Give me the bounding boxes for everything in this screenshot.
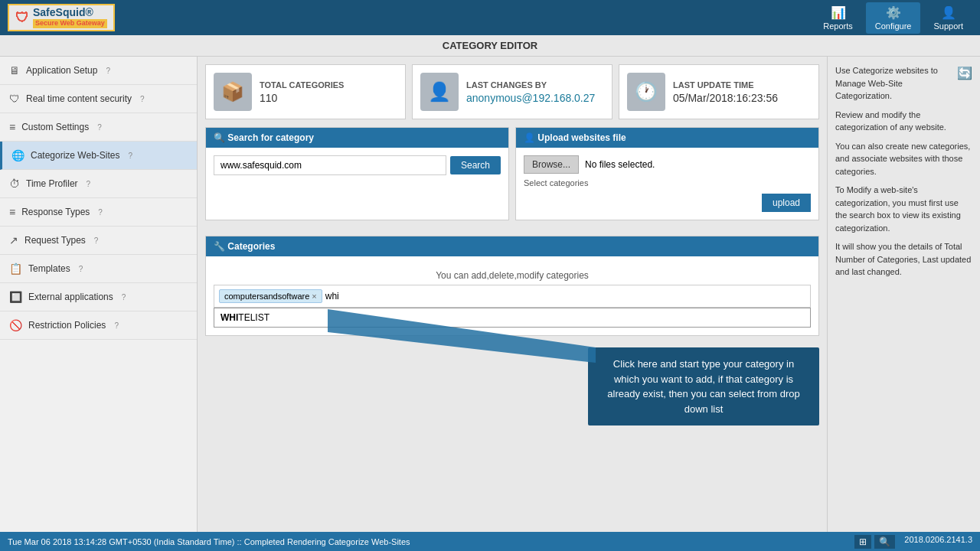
nav-reports-label: Reports <box>823 21 853 31</box>
upload-button[interactable]: upload <box>762 194 811 212</box>
stat-last-update-time: 🕐 LAST UPDATE TIME 05/Mar/2018:16:23:56 <box>619 64 819 119</box>
upload-panel-body: Browse... No files selected. Select cate… <box>516 148 818 220</box>
browse-button[interactable]: Browse... <box>524 155 579 174</box>
request-types-icon: ↗ <box>9 234 18 246</box>
stat-total-categories: 📦 TOTAL CATEGORIES 110 <box>205 64 406 119</box>
search-input[interactable] <box>214 155 446 175</box>
sidebar-item-custom-settings[interactable]: ≡ Custom Settings ? <box>0 113 197 142</box>
logo-area: 🛡 SafeSquid® Secure Web Gateway <box>8 4 814 31</box>
nav-buttons: 📊 Reports ⚙️ Configure 👤 Support <box>814 2 972 34</box>
stat-last-changes-text: LAST CHANGES BY anonymous@192.168.0.27 <box>466 80 595 104</box>
tag-computersandsoftware: computersandsoftware × <box>219 289 322 303</box>
categorize-help: ? <box>129 152 133 160</box>
last-changes-value: anonymous@192.168.0.27 <box>466 92 595 104</box>
content-area: 📦 TOTAL CATEGORIES 110 👤 LAST CHANGES BY… <box>198 57 827 532</box>
sidebar-item-external-applications[interactable]: 🔲 External applications ? <box>0 283 197 311</box>
reports-icon: 📊 <box>831 5 846 20</box>
sidebar-label-time-profiler: Time Profiler <box>26 178 78 189</box>
search-panel: 🔍 Search for category Search <box>205 127 509 220</box>
status-bar: Tue Mar 06 2018 13:14:28 GMT+0530 (India… <box>0 532 980 551</box>
dropdown-match-bold: WHI <box>220 312 238 323</box>
status-bar-version: 2018.0206.2141.3 <box>904 535 972 549</box>
time-profiler-icon: ⏱ <box>9 178 20 190</box>
right-info-line-3: You can also create new categories, and … <box>835 140 972 178</box>
total-categories-value: 110 <box>260 92 344 104</box>
support-icon: 👤 <box>941 5 956 20</box>
right-info-line-4: To Modify a web-site's categorization, y… <box>835 184 972 234</box>
upload-header-text: 👤 Upload websites file <box>524 132 626 143</box>
nav-configure-label: Configure <box>875 21 912 31</box>
sidebar-label-templates: Templates <box>28 263 70 274</box>
stat-last-changes-by: 👤 LAST CHANGES BY anonymous@192.168.0.27 <box>412 64 612 119</box>
categories-hint: You can add,delete,modify categories <box>214 264 811 285</box>
nav-configure-button[interactable]: ⚙️ Configure <box>866 2 921 34</box>
top-navigation: 🛡 SafeSquid® Secure Web Gateway 📊 Report… <box>0 0 980 35</box>
logo: 🛡 SafeSquid® Secure Web Gateway <box>8 4 115 31</box>
stat-total-categories-text: TOTAL CATEGORIES 110 <box>260 80 344 104</box>
no-file-text: No files selected. <box>585 159 655 170</box>
time-profiler-help: ? <box>87 180 91 188</box>
sidebar-item-request-types[interactable]: ↗ Request Types ? <box>0 227 197 255</box>
sidebar-item-application-setup[interactable]: 🖥 Application Setup ? <box>0 57 197 85</box>
nav-support-button[interactable]: 👤 Support <box>924 2 972 34</box>
real-time-help: ? <box>140 95 145 103</box>
tag-label: computersandsoftware <box>224 292 309 301</box>
categories-panel: 🔧 Categories You can add,delete,modify c… <box>205 236 819 336</box>
sidebar-item-real-time-content[interactable]: 🛡 Real time content security ? <box>0 85 197 113</box>
right-info-line-1: Use Categorize websites to Manage Web-Si… <box>835 64 972 103</box>
external-apps-help: ? <box>122 293 126 302</box>
application-setup-icon: 🖥 <box>9 64 20 77</box>
status-icon-btn-2[interactable]: 🔍 <box>874 535 895 549</box>
search-header-text: 🔍 Search for category <box>214 132 314 143</box>
logo-text: SafeSquid® Secure Web Gateway <box>33 7 107 28</box>
annotation-tooltip-text: Click here and start type your category … <box>607 358 799 415</box>
annotation-area: Click here and start type your category … <box>205 340 819 425</box>
sidebar-label-response-types: Response Types <box>21 207 90 217</box>
sidebar-label-categorize: Categorize Web-Sites <box>31 150 120 161</box>
custom-settings-icon: ≡ <box>9 121 15 133</box>
configure-icon: ⚙️ <box>886 5 901 20</box>
sidebar-label-real-time: Real time content security <box>26 93 132 104</box>
tag-input-container[interactable]: computersandsoftware × <box>214 285 811 308</box>
category-tag-input[interactable] <box>325 291 440 302</box>
sidebar-label-external-apps: External applications <box>28 292 113 302</box>
tag-remove-icon[interactable]: × <box>312 292 316 301</box>
right-info-line-5: It will show you the details of Total Nu… <box>835 240 972 279</box>
search-input-row: Search <box>214 155 501 175</box>
external-apps-icon: 🔲 <box>9 291 22 303</box>
categorize-icon: 🌐 <box>11 149 24 161</box>
sidebar-item-time-profiler[interactable]: ⏱ Time Profiler ? <box>0 170 197 198</box>
status-icon-btn-1[interactable]: ⊞ <box>854 535 871 549</box>
logo-name: SafeSquid® <box>33 7 107 18</box>
response-types-help: ? <box>98 208 103 217</box>
application-setup-help: ? <box>106 67 110 75</box>
last-update-label: LAST UPDATE TIME <box>673 80 778 90</box>
upload-panel: 👤 Upload websites file Browse... No file… <box>515 127 819 220</box>
refresh-icon[interactable]: 🔄 <box>957 64 972 83</box>
sidebar-item-templates[interactable]: 📋 Templates ? <box>0 255 197 283</box>
status-bar-text: Tue Mar 06 2018 13:14:28 GMT+0530 (India… <box>8 537 410 546</box>
sidebar-label-restriction: Restriction Policies <box>28 320 106 331</box>
select-categories-label: Select categories <box>524 178 811 187</box>
sidebar-label-application-setup: Application Setup <box>26 65 97 76</box>
annotation-tooltip: Click here and start type your category … <box>588 347 819 425</box>
sidebar-item-categorize-web-sites[interactable]: 🌐 Categorize Web-Sites ? <box>0 142 197 170</box>
templates-icon: 📋 <box>9 262 22 275</box>
categories-header: 🔧 Categories <box>206 236 818 256</box>
dropdown-match-rest: TELIST <box>238 312 270 323</box>
categories-body: You can add,delete,modify categories com… <box>206 256 818 335</box>
annotation-container: Click here and start type your category … <box>205 340 819 425</box>
sidebar-item-response-types[interactable]: ≡ Response Types ? <box>0 198 197 227</box>
real-time-icon: 🛡 <box>9 93 20 105</box>
sidebar-item-restriction-policies[interactable]: 🚫 Restriction Policies ? <box>0 311 197 340</box>
nav-reports-button[interactable]: 📊 Reports <box>814 2 862 34</box>
stats-row: 📦 TOTAL CATEGORIES 110 👤 LAST CHANGES BY… <box>205 64 819 119</box>
total-categories-label: TOTAL CATEGORIES <box>260 80 344 90</box>
upload-panel-header: 👤 Upload websites file <box>516 128 818 148</box>
restriction-help: ? <box>114 321 119 330</box>
search-button[interactable]: Search <box>450 156 501 174</box>
sidebar-label-custom-settings: Custom Settings <box>21 122 89 132</box>
dropdown-item-whitelist[interactable]: WHITELIST <box>214 308 810 327</box>
last-changes-label: LAST CHANGES BY <box>466 80 595 90</box>
right-info-line-2: Review and modify the categorization of … <box>835 109 972 134</box>
